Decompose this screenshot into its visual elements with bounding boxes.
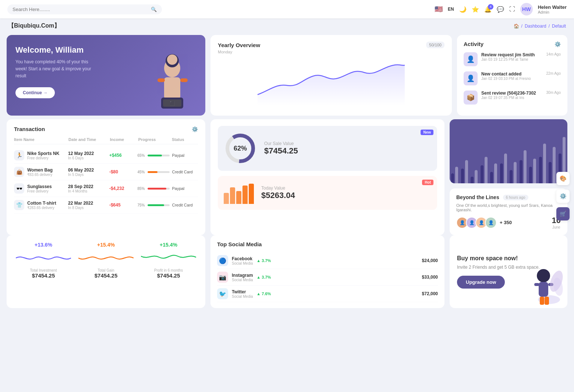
progress-bar [148,204,170,206]
item-sub: ₹83.65 delivery [27,173,53,177]
date-cell: 22 Mar 2022 In 8 Days [68,201,107,210]
breadcrumb-dashboard[interactable]: Dashboard [525,24,546,29]
item-sub: ₹283.65 delivery [27,206,56,210]
bar-dark [539,157,542,183]
progress-label: 85% [137,187,145,191]
social-item: 🔵 Facebook Social Media ▲ 3.7% $24,000 [217,252,438,269]
activity-ago: 22m Ago [546,71,561,75]
mini-stat-label: Profit in 6 months [154,268,183,272]
bar-light [465,160,468,183]
notification-icon[interactable]: 🔔 4 [484,6,492,13]
breadcrumb-current: Default [552,24,566,29]
transaction-card: Transaction ⚙️ Item Name Date and Time I… [7,119,205,235]
svg-rect-3 [180,78,188,82]
activity-text: Sent review (504)236-7302 Jan 02 19 07:3… [481,91,543,100]
bar-dark [490,172,493,184]
progress-cell: 85% [137,187,170,191]
progress-cell: 45% [137,170,170,174]
item-period: In 6 Days [68,156,107,160]
bar-group [510,162,517,184]
mini-stat-2: +15.4% Profit in 6 months $7454.25 [139,242,198,301]
mini-wave-chart [141,251,196,265]
yearly-chart [218,58,444,106]
bar-dark [461,169,464,184]
item-sub: Free delivery [27,189,52,193]
bar-light [524,150,527,183]
bar-group [539,144,547,183]
social-card: Top Social Media 🔵 Facebook Social Media… [210,235,444,308]
income-cell: -$80 [109,169,135,174]
svg-point-5 [167,54,177,65]
social-item: 📷 Instagram Social Media ▲ 3.7% $33,000 [217,269,438,286]
dark-mode-icon[interactable]: 🌙 [459,6,467,13]
flag-icon: 🇺🇸 [435,5,443,13]
search-box[interactable]: 🔍 [7,4,162,14]
donut-chart: 62% [224,132,257,165]
social-val: $33,000 [422,275,438,280]
upgrade-card: Buy more space now! Invite 2 Friends and… [450,235,567,308]
table-row: 🕶️ Sunglasses Free delivery 28 Sep 2022 … [14,180,198,197]
bar-dark [471,177,474,183]
fullscreen-icon[interactable]: ⛶ [509,6,515,13]
bar-group [481,157,488,183]
social-pct: ▲ 3.7% [256,275,271,279]
bar-group [471,170,478,183]
bar-group [520,150,527,183]
message-icon[interactable]: 💬 [497,6,504,13]
continue-button[interactable]: Continue → [15,87,55,98]
activity-card: Activity ⚙️ 👤 Review request jim Smith J… [457,35,567,116]
welcome-illustration: ⬛ [124,39,198,116]
social-icon: 🔵 [217,255,228,266]
progress-fill [148,204,164,206]
cart-icon[interactable]: 🛒 [556,207,570,220]
social-info: Facebook Social Media [232,256,253,265]
star-icon[interactable]: ⭐ [472,6,479,13]
social-val: $72,000 [422,291,438,296]
brand-logo: 【Biqubiqu.Com】 [8,22,60,30]
income-cell: +$456 [109,153,135,158]
activity-item: 👤 Review request jim Smith Jan 03 19 12:… [464,52,561,66]
table-row: 👕 Cotton T-shirt ₹283.65 delivery 22 Mar… [14,197,198,213]
avatar[interactable]: HW [520,3,533,15]
sale-value: $7454.25 [264,146,298,156]
beyond-header: Beyond the Lines 6 hours ago [456,194,561,200]
home-icon[interactable]: 🏠 [514,24,519,29]
beyond-desc: One Of the world,s brightest, young surf… [456,203,561,212]
main-row3: +13.6% Total Investment $7454.25 +15.4% … [0,235,574,315]
social-list: 🔵 Facebook Social Media ▲ 3.7% $24,000 📷… [217,252,438,302]
activity-item: 👤 New contact added Jan 02 19 03:10 PM a… [464,71,561,85]
bar-group [490,163,498,183]
social-name: Facebook [232,256,253,261]
progress-fill [148,155,162,156]
item-name: Nike Sports NK [27,151,59,156]
item-cell: 👕 Cotton T-shirt ₹283.65 delivery [14,200,66,210]
table-header: Item Name Date and Time Income Progress … [14,137,198,144]
item-period: In 8 Days [68,206,107,210]
item-name: Cotton T-shirt [27,201,56,206]
search-input[interactable] [13,7,148,12]
date-month: June [552,225,560,229]
language-label[interactable]: EN [448,7,454,12]
bar-group [500,153,508,183]
notification-badge: 4 [488,4,493,10]
transaction-settings-icon[interactable]: ⚙️ [192,126,198,132]
sale-title: Our Sale Value [264,141,298,146]
bar-light [504,153,507,183]
bar-dark [510,170,513,183]
bar-light [543,144,546,183]
settings-icon[interactable]: ⚙️ [554,41,561,47]
svg-rect-1 [164,77,180,99]
bar-chart-top [450,119,567,124]
upgrade-button[interactable]: Upgrade now [457,276,505,289]
status-cell: Paypal [172,186,198,191]
user-name: Helen Walter [538,4,567,10]
bar-dark [500,163,503,183]
bar-group [549,147,556,183]
income-cell: -$645 [109,202,135,208]
breadcrumb: 🏠 / Dashboard / Default [514,24,566,29]
settings-panel-icon[interactable]: ⚙️ [556,190,570,203]
today-card: Today Value $5263.04 Hot [218,176,437,210]
paint-icon[interactable]: 🎨 [556,172,570,185]
svg-rect-17 [545,297,549,305]
bar-group [529,159,537,184]
